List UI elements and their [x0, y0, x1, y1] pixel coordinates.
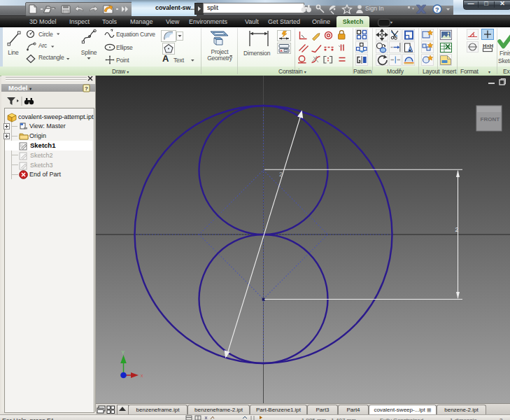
svg-text:?: ?	[85, 85, 88, 92]
svg-text:x: x	[141, 373, 143, 378]
svg-text:FRONT: FRONT	[481, 116, 500, 122]
svg-text:Y: Y	[122, 350, 125, 355]
svg-text:H×H: H×H	[483, 43, 493, 49]
svg-text:2: 2	[279, 171, 283, 178]
svg-text:?: ?	[435, 6, 439, 13]
svg-text:2: 2	[455, 226, 459, 233]
